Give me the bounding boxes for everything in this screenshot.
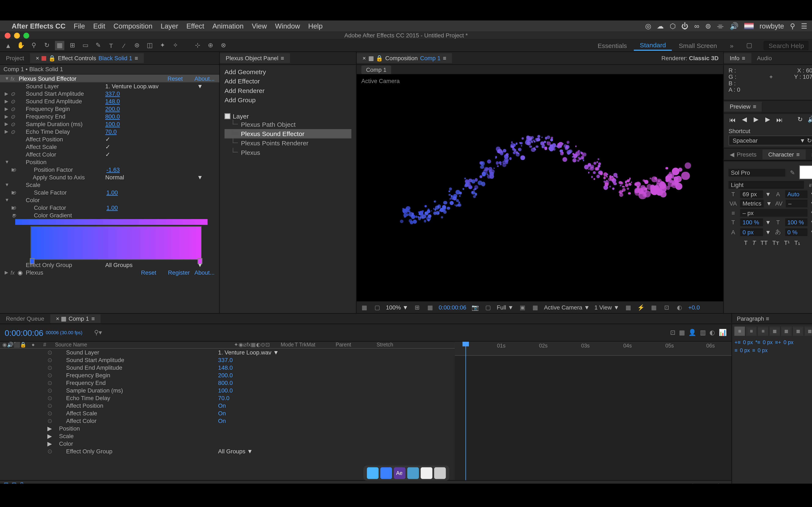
- sound-layer-dropdown[interactable]: 1. Venture Loop.wav▼: [105, 83, 215, 89]
- fx-reset[interactable]: Reset: [167, 75, 183, 82]
- next-frame-icon[interactable]: ▶: [764, 116, 772, 123]
- exposure-value[interactable]: +0.0: [688, 304, 700, 310]
- close-window-button[interactable]: [5, 32, 11, 38]
- motion-blur-icon[interactable]: ◐: [709, 329, 715, 337]
- menu-animation[interactable]: Animation: [212, 22, 244, 30]
- brush-tool-icon[interactable]: ∕: [119, 41, 129, 50]
- bluetooth-icon[interactable]: ⌯: [717, 22, 724, 30]
- timeline-property-row[interactable]: ⊙Affect ScaleOn: [0, 409, 455, 417]
- justify-right-icon[interactable]: ≣: [793, 327, 804, 336]
- roto-tool-icon[interactable]: ✦: [158, 41, 167, 50]
- anchor-tool-icon[interactable]: ⊞: [68, 41, 77, 50]
- panel-menu-icon[interactable]: ≡: [443, 55, 446, 61]
- wifi-icon[interactable]: ⊚: [705, 22, 711, 30]
- draft-3d-icon[interactable]: ▦: [679, 329, 685, 337]
- comp-mini-flowchart-icon[interactable]: ⊡: [670, 329, 675, 337]
- italic-icon[interactable]: T: [752, 239, 756, 246]
- gradient-editor[interactable]: [31, 226, 202, 260]
- timeline-property-row[interactable]: ⊙Sound Start Amplitude337.0: [0, 356, 455, 364]
- effect-controls-tab[interactable]: × 🔒 Effect Controls Black Solid 1 ≡: [30, 53, 144, 63]
- tree-plexus[interactable]: Plexus: [224, 148, 351, 157]
- views-dropdown[interactable]: 1 View ▼: [595, 304, 619, 310]
- preview-tab[interactable]: Preview ≡: [724, 102, 762, 112]
- eye-icon[interactable]: ◉: [17, 269, 24, 276]
- channel-icon[interactable]: ▢: [373, 304, 381, 310]
- workspace-smallscreen[interactable]: Small Screen: [673, 41, 723, 50]
- gradient-preview[interactable]: [15, 219, 208, 225]
- subscript-icon[interactable]: T₁: [794, 239, 800, 246]
- leading-input[interactable]: Auto: [785, 190, 808, 198]
- trkmat-header[interactable]: T TrkMat: [293, 342, 334, 348]
- fast-preview-icon[interactable]: ⚡: [637, 304, 645, 310]
- play-icon[interactable]: ▶: [752, 116, 760, 123]
- prev-frame-icon[interactable]: ◀: [740, 116, 748, 123]
- search-help-input[interactable]: Search Help: [764, 41, 809, 50]
- render-queue-tab[interactable]: Render Queue: [0, 314, 50, 323]
- menu-effect[interactable]: Effect: [186, 22, 204, 30]
- overflow-icon[interactable]: »: [805, 149, 812, 159]
- dropbox-icon[interactable]: ⬡: [670, 22, 676, 30]
- presets-tab[interactable]: ◀ Presets: [724, 149, 762, 159]
- frame-blend-icon[interactable]: ▥: [700, 329, 706, 337]
- trash-icon[interactable]: [434, 467, 446, 479]
- composition-tab[interactable]: × ▦ 🔒 Composition Comp 1 ≡: [357, 53, 452, 63]
- camera-dropdown[interactable]: Active Camera ▼: [544, 304, 590, 310]
- font-family-dropdown[interactable]: Sol Pro: [728, 169, 785, 176]
- workspace-overflow-icon[interactable]: »: [724, 41, 739, 50]
- allcaps-icon[interactable]: TT: [761, 239, 768, 246]
- timeline-property-row[interactable]: ▶Scale: [0, 432, 455, 440]
- eyedropper-icon[interactable]: ✎: [788, 169, 797, 175]
- transparency-icon[interactable]: ▦: [531, 304, 540, 310]
- clone-tool-icon[interactable]: ⊛: [132, 41, 142, 50]
- timeline-property-row[interactable]: ▶Position: [0, 425, 455, 432]
- zoom-tool-icon[interactable]: ⚲: [29, 41, 39, 50]
- first-frame-icon[interactable]: ⏮: [728, 116, 737, 123]
- alpha-icon[interactable]: ▦: [360, 304, 368, 310]
- checkbox-icon[interactable]: ✓: [105, 136, 110, 143]
- menu-view[interactable]: View: [252, 22, 267, 30]
- minimize-window-button[interactable]: [14, 32, 20, 38]
- timeline-property-row[interactable]: ⊙Sound Layer1. Venture Loop.wav ▼: [0, 349, 455, 356]
- hand-tool-icon[interactable]: ✋: [16, 41, 26, 50]
- timeline-property-row[interactable]: ⊙Echo Time Delay70.0: [0, 394, 455, 402]
- renderer-info[interactable]: Renderer: Classic 3D: [657, 53, 723, 63]
- vscale-input[interactable]: 100 %: [740, 218, 763, 226]
- fx-enable-icon[interactable]: fx: [11, 76, 17, 81]
- menu-composition[interactable]: Composition: [113, 22, 152, 30]
- screencast-icon[interactable]: ◎: [645, 22, 651, 30]
- flowchart-icon[interactable]: ⊡: [662, 304, 671, 310]
- zoom-dropdown[interactable]: 100% ▼: [386, 304, 408, 310]
- volume-icon[interactable]: 🔊: [730, 22, 739, 30]
- time-ruler[interactable]: 01s 02s 03s 04s 05s 06s: [455, 342, 731, 356]
- kerning-dropdown[interactable]: Metrics: [740, 200, 764, 208]
- current-timecode[interactable]: 0:00:00:06: [5, 328, 43, 337]
- add-group-button[interactable]: Add Group: [224, 95, 351, 105]
- fill-color-swatch[interactable]: [799, 165, 812, 179]
- timeline-property-row[interactable]: ⊙Frequency End800.0: [0, 379, 455, 387]
- last-frame-icon[interactable]: ⏭: [775, 116, 783, 123]
- shy-icon[interactable]: 👤: [688, 329, 697, 337]
- align-center-icon[interactable]: ≡: [746, 327, 757, 336]
- show-snapshot-icon[interactable]: ▢: [484, 304, 492, 310]
- eraser-tool-icon[interactable]: ◫: [145, 41, 154, 50]
- align-right-icon[interactable]: ≡: [758, 327, 768, 336]
- resolution-icon[interactable]: ⊞: [413, 304, 421, 310]
- stretch-header[interactable]: Stretch: [374, 342, 409, 348]
- timeline-property-row[interactable]: ⊙Affect ColorOn: [0, 417, 455, 425]
- stroke-width-input[interactable]: – px: [740, 209, 808, 217]
- prop-value[interactable]: 337.0: [105, 91, 120, 97]
- rotate-tool-icon[interactable]: ↻: [42, 41, 51, 50]
- timeline-tracks[interactable]: 01s 02s 03s 04s 05s 06s: [455, 342, 731, 480]
- workspace-settings-icon[interactable]: ▢: [741, 40, 758, 50]
- tree-plexus-points-renderer[interactable]: Plexus Points Renderer: [224, 138, 351, 148]
- stopwatch-icon[interactable]: ⊙: [11, 91, 17, 97]
- composition-viewport[interactable]: Active Camera: [357, 74, 723, 301]
- timeline-property-row[interactable]: ▶Color: [0, 440, 455, 447]
- gradient-stop-right[interactable]: [198, 258, 202, 264]
- world-axis-icon[interactable]: ⊕: [206, 41, 215, 50]
- menu-layer[interactable]: Layer: [161, 22, 178, 30]
- safari-icon[interactable]: [380, 467, 392, 479]
- mute-icon[interactable]: 🔊: [808, 116, 812, 123]
- add-geometry-button[interactable]: Add Geometry: [224, 67, 351, 76]
- reset-exposure-icon[interactable]: ◐: [675, 304, 683, 310]
